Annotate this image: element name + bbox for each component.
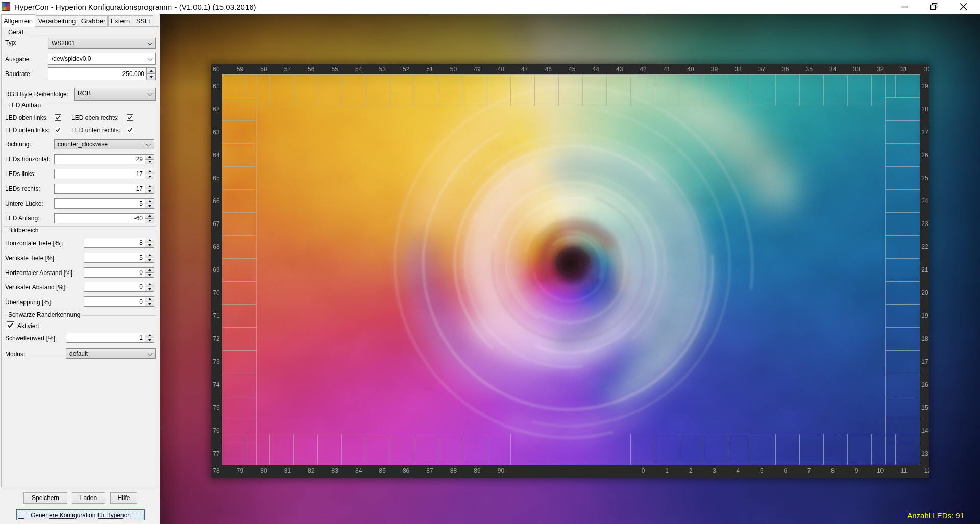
svg-text:72: 72 — [213, 335, 220, 342]
svg-text:61: 61 — [213, 83, 220, 90]
svg-text:83: 83 — [332, 467, 339, 475]
svg-text:12: 12 — [924, 467, 932, 475]
svg-text:90: 90 — [498, 467, 505, 475]
svg-text:19: 19 — [921, 312, 928, 319]
svg-text:29: 29 — [921, 83, 928, 90]
svg-text:76: 76 — [213, 427, 220, 434]
svg-text:46: 46 — [545, 66, 552, 73]
svg-text:51: 51 — [426, 66, 433, 73]
svg-text:40: 40 — [687, 66, 694, 73]
svg-text:15: 15 — [921, 404, 928, 411]
svg-text:84: 84 — [355, 467, 362, 475]
svg-text:68: 68 — [213, 243, 220, 251]
svg-text:26: 26 — [921, 152, 928, 159]
svg-text:7: 7 — [807, 467, 811, 475]
svg-text:44: 44 — [593, 66, 600, 73]
svg-text:22: 22 — [921, 243, 928, 251]
svg-text:54: 54 — [355, 66, 362, 73]
svg-text:48: 48 — [498, 66, 505, 73]
svg-text:23: 23 — [921, 220, 928, 228]
svg-text:33: 33 — [853, 66, 861, 73]
svg-text:32: 32 — [877, 66, 884, 73]
svg-text:87: 87 — [426, 467, 433, 475]
svg-text:35: 35 — [806, 66, 813, 73]
svg-text:81: 81 — [284, 467, 291, 475]
svg-text:62: 62 — [213, 106, 220, 113]
svg-text:11: 11 — [901, 467, 908, 475]
svg-text:34: 34 — [829, 66, 837, 73]
svg-text:53: 53 — [379, 66, 386, 73]
svg-text:3: 3 — [713, 467, 716, 475]
svg-text:86: 86 — [403, 467, 410, 475]
svg-text:16: 16 — [921, 381, 928, 388]
svg-text:73: 73 — [213, 358, 220, 365]
svg-text:59: 59 — [237, 66, 244, 73]
svg-text:77: 77 — [213, 450, 220, 457]
svg-text:20: 20 — [921, 289, 928, 296]
svg-text:67: 67 — [213, 220, 220, 228]
svg-text:2: 2 — [689, 467, 693, 475]
svg-text:69: 69 — [213, 266, 220, 273]
svg-text:79: 79 — [237, 467, 244, 475]
svg-text:49: 49 — [474, 66, 481, 73]
svg-text:60: 60 — [213, 66, 220, 73]
svg-text:57: 57 — [284, 66, 291, 73]
svg-text:9: 9 — [855, 467, 859, 475]
svg-text:52: 52 — [403, 66, 410, 73]
svg-text:30: 30 — [924, 66, 932, 73]
svg-text:45: 45 — [569, 66, 576, 73]
svg-text:75: 75 — [213, 404, 220, 411]
svg-text:6: 6 — [783, 467, 787, 475]
svg-text:58: 58 — [260, 66, 267, 73]
svg-text:38: 38 — [734, 66, 742, 73]
svg-text:43: 43 — [616, 66, 623, 73]
svg-text:65: 65 — [213, 174, 220, 182]
svg-text:41: 41 — [664, 66, 671, 73]
svg-text:82: 82 — [308, 467, 315, 475]
svg-text:28: 28 — [921, 106, 928, 113]
svg-text:0: 0 — [642, 467, 645, 475]
svg-text:21: 21 — [921, 266, 928, 273]
svg-text:39: 39 — [711, 66, 718, 73]
svg-text:31: 31 — [900, 66, 908, 73]
svg-text:42: 42 — [640, 66, 647, 73]
svg-text:64: 64 — [213, 152, 220, 159]
svg-text:71: 71 — [213, 312, 220, 319]
svg-text:80: 80 — [260, 467, 267, 475]
svg-text:56: 56 — [308, 66, 315, 73]
svg-text:18: 18 — [921, 335, 928, 342]
svg-text:70: 70 — [213, 289, 220, 296]
svg-text:55: 55 — [332, 66, 339, 73]
svg-text:63: 63 — [213, 129, 220, 136]
svg-text:17: 17 — [921, 358, 928, 365]
svg-text:85: 85 — [379, 467, 386, 475]
svg-text:37: 37 — [758, 66, 766, 73]
svg-text:47: 47 — [521, 66, 528, 73]
svg-text:25: 25 — [921, 174, 928, 182]
svg-text:36: 36 — [782, 66, 789, 73]
svg-text:14: 14 — [921, 427, 928, 434]
svg-text:4: 4 — [737, 467, 740, 475]
svg-text:50: 50 — [450, 66, 457, 73]
svg-text:78: 78 — [213, 467, 220, 475]
svg-text:10: 10 — [877, 467, 884, 475]
svg-text:1: 1 — [665, 467, 669, 475]
svg-text:5: 5 — [760, 467, 764, 475]
svg-text:88: 88 — [450, 467, 457, 475]
svg-text:8: 8 — [831, 467, 835, 475]
svg-text:27: 27 — [921, 129, 928, 136]
svg-text:66: 66 — [213, 197, 220, 205]
svg-text:24: 24 — [921, 197, 928, 205]
svg-text:89: 89 — [474, 467, 481, 475]
svg-text:13: 13 — [921, 450, 928, 457]
svg-text:74: 74 — [213, 381, 220, 388]
